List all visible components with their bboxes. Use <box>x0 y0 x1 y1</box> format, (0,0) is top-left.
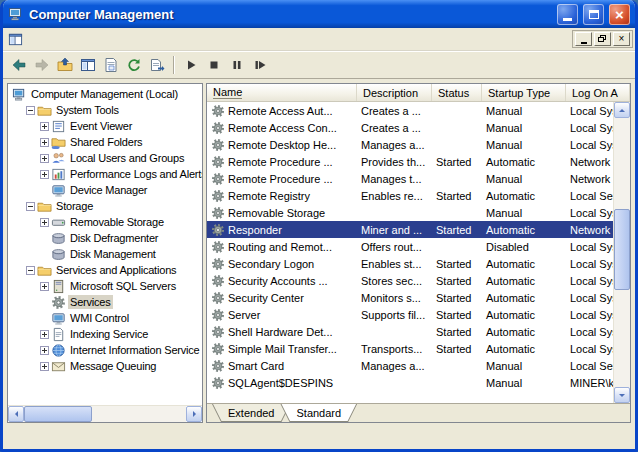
service-description: Provides th... <box>357 153 432 170</box>
horizontal-scroll-thumb[interactable] <box>24 406 92 422</box>
Responder[interactable]: Responder Miner and ... Started Automati… <box>207 221 613 238</box>
Secondary Logon[interactable]: Secondary Logon Enables st... Started Au… <box>207 255 613 272</box>
gear-icon <box>211 189 225 203</box>
tree-item[interactable]: Local Users and Groups <box>8 150 202 166</box>
tree-item[interactable]: Performance Logs and Alerts <box>8 166 202 182</box>
tree-item[interactable]: Microsoft SQL Servers <box>8 278 202 294</box>
pause-service-button[interactable] <box>225 54 248 76</box>
Security Center[interactable]: Security Center Monitors s... Started Au… <box>207 289 613 306</box>
Remote Desktop He...[interactable]: Remote Desktop He... Manages a... Manual… <box>207 136 613 153</box>
minimize-button[interactable] <box>557 4 578 25</box>
tree-item[interactable]: Removable Storage <box>8 214 202 230</box>
tree-item[interactable]: Services <box>8 294 202 310</box>
tree-item[interactable]: Device Manager <box>8 182 202 198</box>
tree-expander[interactable] <box>40 154 49 163</box>
column-header[interactable]: Log On A <box>566 84 630 101</box>
window-bottom-frame <box>3 427 635 449</box>
tree-item[interactable]: Services and Applications <box>8 262 202 278</box>
restart-service-button[interactable] <box>248 54 271 76</box>
tree-item[interactable]: Disk Management <box>8 246 202 262</box>
tree-expander[interactable] <box>26 266 35 275</box>
tree-item[interactable]: WMI Control <box>8 310 202 326</box>
tree-expander[interactable] <box>40 330 49 339</box>
menu-item[interactable] <box>56 36 70 42</box>
tree-expander[interactable] <box>40 218 49 227</box>
service-name-cell: Routing and Remot... <box>207 238 357 255</box>
Smart Card[interactable]: Smart Card Manages a... Manual Local Ser <box>207 357 613 374</box>
vertical-scroll-track[interactable] <box>614 118 630 387</box>
tree-item[interactable]: Indexing Service <box>8 326 202 342</box>
Routing and Remot...[interactable]: Routing and Remot... Offers rout... Disa… <box>207 238 613 255</box>
Removable Storage[interactable]: Removable Storage Manual Local Sys <box>207 204 613 221</box>
tree-expander[interactable] <box>40 346 49 355</box>
export-icon <box>149 57 165 73</box>
child-close-button[interactable]: × <box>613 32 630 46</box>
Server[interactable]: Server Supports fil... Started Automatic… <box>207 306 613 323</box>
show-hide-tree-button[interactable] <box>76 54 99 76</box>
tree-expander[interactable] <box>26 202 35 211</box>
Security Accounts ...[interactable]: Security Accounts ... Stores sec... Star… <box>207 272 613 289</box>
forward-button[interactable] <box>30 54 53 76</box>
tree-item[interactable]: Disk Defragmenter <box>8 230 202 246</box>
tree-expander[interactable] <box>40 282 49 291</box>
service-name: Security Accounts ... <box>228 275 328 287</box>
arrow-left-icon <box>12 411 18 417</box>
Remote Procedure ...[interactable]: Remote Procedure ... Manages t... Manual… <box>207 170 613 187</box>
close-button[interactable]: × <box>609 4 630 25</box>
Simple Mail Transfer...[interactable]: Simple Mail Transfer... Transports... St… <box>207 340 613 357</box>
properties-button[interactable] <box>99 54 122 76</box>
stop-service-button[interactable] <box>202 54 225 76</box>
tree-expander[interactable] <box>40 122 49 131</box>
SQLAgent$DESPINS[interactable]: SQLAgent$DESPINS Manual MINER\ki <box>207 374 613 391</box>
tree-horizontal-scrollbar[interactable] <box>8 405 202 422</box>
tree-item[interactable]: System Tools <box>8 102 202 118</box>
tree-item[interactable]: Message Queuing <box>8 358 202 374</box>
refresh-button[interactable] <box>122 54 145 76</box>
Remote Procedure ...[interactable]: Remote Procedure ... Provides th... Star… <box>207 153 613 170</box>
scroll-left-button[interactable] <box>8 406 24 422</box>
start-service-button[interactable] <box>179 54 202 76</box>
scroll-down-button[interactable] <box>614 387 630 403</box>
service-name-cell: Simple Mail Transfer... <box>207 340 357 357</box>
column-header[interactable]: Name <box>207 84 357 101</box>
scroll-right-button[interactable] <box>186 406 202 422</box>
menu-item[interactable] <box>70 36 84 42</box>
scroll-up-button[interactable] <box>614 102 630 118</box>
Shell Hardware Det...[interactable]: Shell Hardware Det... Started Automatic … <box>207 323 613 340</box>
menu-item[interactable] <box>42 36 56 42</box>
child-minimize-button[interactable] <box>575 32 592 46</box>
column-header[interactable]: Status <box>432 84 482 101</box>
view-tab[interactable]: Extended <box>212 404 290 422</box>
service-name: Remote Registry <box>228 190 310 202</box>
maximize-button[interactable] <box>583 4 604 25</box>
tree-expander[interactable] <box>40 362 49 371</box>
tree-item-label: Computer Management (Local) <box>29 87 180 101</box>
gear-icon <box>211 138 225 152</box>
child-restore-button[interactable] <box>594 32 611 46</box>
tree-item[interactable]: Shared Folders <box>8 134 202 150</box>
tree-expander[interactable] <box>40 138 49 147</box>
vertical-scroll-thumb[interactable] <box>614 209 630 290</box>
column-header[interactable]: Description <box>357 84 432 101</box>
tree-item-label: Disk Defragmenter <box>68 231 160 245</box>
menu-item[interactable] <box>84 36 98 42</box>
tree-item[interactable]: Internet Information Service <box>8 342 202 358</box>
arrow-right-icon <box>193 411 199 417</box>
up-button[interactable] <box>53 54 76 76</box>
Remote Access Aut...[interactable]: Remote Access Aut... Creates a ... Manua… <box>207 102 613 119</box>
menu-item[interactable] <box>28 36 42 42</box>
service-log-on-as: Local Sys <box>566 323 613 340</box>
view-tab[interactable]: Standard <box>280 404 357 422</box>
export-list-button[interactable] <box>145 54 168 76</box>
horizontal-scroll-track[interactable] <box>24 406 186 422</box>
column-header[interactable]: Startup Type <box>482 84 566 101</box>
list-vertical-scrollbar[interactable] <box>613 102 630 403</box>
back-button[interactable] <box>7 54 30 76</box>
Remote Access Con...[interactable]: Remote Access Con... Creates a ... Manua… <box>207 119 613 136</box>
tree-item[interactable]: Event Viewer <box>8 118 202 134</box>
tree-expander[interactable] <box>26 106 35 115</box>
tree-item[interactable]: Computer Management (Local) <box>8 86 202 102</box>
tree-expander[interactable] <box>40 170 49 179</box>
Remote Registry[interactable]: Remote Registry Enables re... Started Au… <box>207 187 613 204</box>
tree-item[interactable]: Storage <box>8 198 202 214</box>
